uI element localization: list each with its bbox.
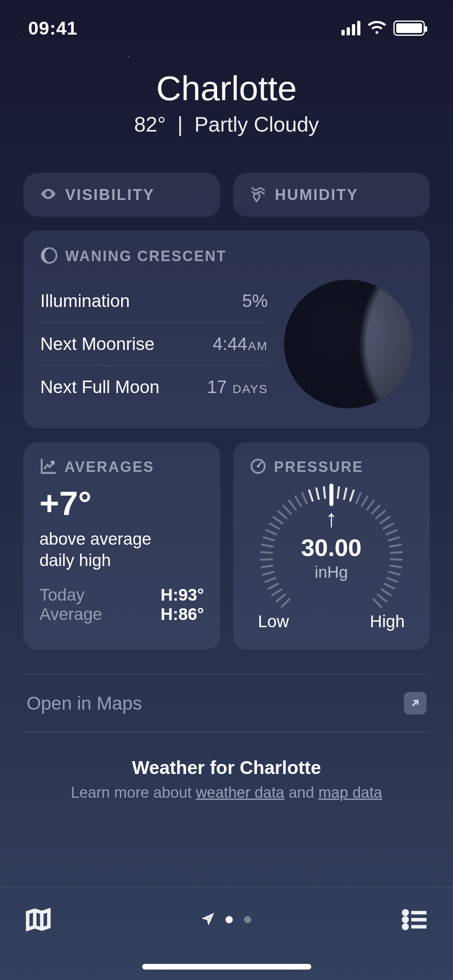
averages-delta: +7° — [39, 484, 204, 523]
averages-card[interactable]: AVERAGES +7° above averagedaily high Tod… — [23, 442, 220, 650]
svg-line-28 — [350, 490, 354, 501]
svg-line-22 — [309, 490, 312, 501]
pressure-card[interactable]: PRESSURE ↑ 30.00 inHg Low High — [233, 442, 430, 650]
current-summary: 82° | Partly Cloudy — [0, 112, 453, 136]
visibility-card[interactable]: VISIBILITY — [23, 173, 220, 217]
battery-icon — [393, 21, 425, 36]
list-button[interactable] — [401, 906, 429, 935]
pressure-gauge: ↑ 30.00 inHg — [249, 481, 414, 614]
full-moon-label: Next Full Moon — [40, 377, 159, 397]
svg-line-4 — [276, 595, 285, 601]
svg-line-6 — [268, 584, 278, 589]
humidity-icon — [249, 185, 267, 204]
illumination-value: 5% — [242, 291, 268, 311]
svg-line-45 — [381, 589, 391, 595]
page-dot-active — [225, 916, 233, 923]
averages-desc: above averagedaily high — [39, 529, 204, 571]
status-time: 09:41 — [28, 17, 78, 39]
svg-line-23 — [316, 488, 319, 499]
svg-line-44 — [385, 584, 394, 589]
open-in-maps-row[interactable]: Open in Maps — [23, 674, 430, 733]
svg-line-20 — [295, 496, 301, 506]
eye-icon — [39, 185, 57, 204]
svg-line-26 — [338, 487, 339, 498]
svg-point-49 — [403, 911, 407, 914]
page-indicator[interactable] — [202, 913, 251, 926]
current-condition: Partly Cloudy — [194, 113, 319, 136]
moonrise-label: Next Moonrise — [40, 334, 155, 354]
full-moon-value: 17 DAYS — [207, 377, 268, 397]
average-label: Average — [39, 605, 102, 624]
pressure-value: 30.00 — [249, 534, 414, 562]
moonrise-value: 4:44AM — [213, 334, 268, 354]
open-in-maps-label: Open in Maps — [27, 692, 142, 714]
today-label: Today — [39, 585, 85, 605]
cellular-icon — [341, 21, 360, 35]
average-high: H:86° — [161, 605, 204, 624]
moon-phase-icon — [40, 247, 58, 266]
city-name: Charlotte — [0, 68, 453, 108]
arrow-up-icon: ↑ — [249, 506, 414, 531]
location-header: Charlotte 82° | Partly Cloudy — [0, 68, 453, 136]
pressure-title: PRESSURE — [274, 459, 364, 476]
pressure-low-label: Low — [258, 612, 289, 631]
svg-line-29 — [356, 493, 360, 503]
svg-point-2 — [257, 465, 259, 467]
moon-image — [284, 280, 413, 408]
visibility-label: VISIBILITY — [65, 186, 155, 204]
external-link-icon — [404, 692, 426, 714]
status-bar: 09:41 — [0, 0, 453, 56]
illumination-label: Illumination — [40, 291, 130, 311]
today-high: H:93° — [161, 585, 204, 605]
pressure-icon — [249, 457, 267, 477]
svg-point-50 — [403, 918, 407, 922]
moon-phase-card[interactable]: WANING CRESCENT Illumination 5% Next Moo… — [23, 231, 430, 428]
weather-data-link[interactable]: weather data — [196, 784, 284, 801]
attribution: Weather for Charlotte Learn more about w… — [23, 757, 430, 801]
moon-details: Illumination 5% Next Moonrise 4:44AM Nex… — [40, 291, 268, 397]
svg-line-5 — [272, 589, 281, 595]
svg-line-24 — [324, 487, 325, 498]
svg-line-21 — [302, 493, 306, 503]
svg-line-46 — [378, 595, 386, 601]
attribution-title: Weather for Charlotte — [23, 757, 430, 778]
averages-icon — [39, 457, 57, 477]
svg-line-3 — [281, 599, 289, 607]
pressure-unit: inHg — [249, 563, 414, 581]
svg-line-47 — [373, 599, 381, 607]
status-indicators — [341, 20, 425, 36]
home-indicator[interactable] — [142, 964, 311, 970]
humidity-label: HUMIDITY — [275, 186, 359, 204]
svg-line-27 — [344, 488, 346, 499]
moon-phase-title: WANING CRESCENT — [65, 248, 227, 265]
averages-title: AVERAGES — [64, 459, 154, 476]
pressure-high-label: High — [370, 612, 405, 631]
humidity-card[interactable]: HUMIDITY — [233, 173, 430, 217]
location-arrow-icon — [202, 913, 214, 926]
svg-line-30 — [362, 496, 367, 506]
map-data-link[interactable]: map data — [319, 784, 382, 801]
map-button[interactable] — [24, 906, 52, 935]
current-temp: 82° — [134, 113, 166, 136]
svg-point-51 — [403, 925, 407, 929]
wifi-icon — [368, 20, 386, 36]
page-dot — [244, 916, 251, 923]
